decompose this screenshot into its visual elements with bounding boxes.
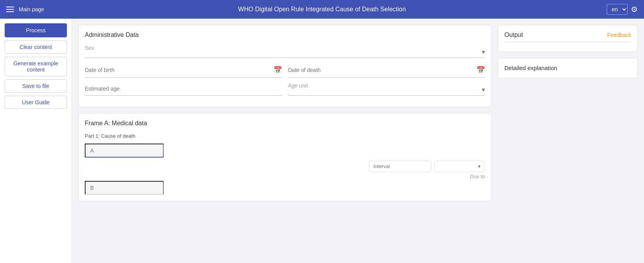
age-unit-wrapper: Years Months Days Age unit ▾ (288, 82, 485, 92)
cause-a-input[interactable] (85, 144, 164, 158)
dod-field: 📅 (288, 63, 485, 78)
sex-field: Male Female Unknown Sex ▾ (85, 45, 485, 58)
output-card: Output Feedback (498, 25, 638, 52)
time-unit-dropdown-icon: ▾ (478, 163, 481, 169)
frame-a-card: Frame A: Medical data Part 1: Cause of d… (78, 113, 492, 201)
output-title: Output (504, 32, 523, 39)
sidebar: Process Clear content Generate example c… (0, 19, 72, 263)
time-unit-select[interactable]: Minutes Hours Days Weeks Months Years (439, 163, 478, 169)
frame-a-title: Frame A: Medical data (85, 120, 485, 127)
due-to-label: Due to (85, 174, 485, 179)
main-page-link[interactable]: Main page (19, 6, 44, 12)
age-unit-select[interactable]: Years Months Days (288, 82, 485, 92)
dod-calendar-icon[interactable]: 📅 (476, 66, 485, 74)
admin-data-card: Administrative Data Male Female Unknown … (78, 25, 492, 107)
menu-icon[interactable] (6, 7, 14, 12)
dob-calendar-icon[interactable]: 📅 (273, 66, 282, 74)
main-content: Administrative Data Male Female Unknown … (72, 19, 644, 263)
time-unit-wrapper: Minutes Hours Days Weeks Months Years ▾ (434, 161, 485, 172)
cause-b-input[interactable] (85, 181, 164, 195)
user-guide-button[interactable]: User Guide (5, 96, 67, 109)
dob-field: 📅 (85, 63, 282, 78)
estimated-age-field (85, 82, 282, 96)
save-to-file-button[interactable]: Save to file (5, 79, 67, 93)
estimated-age-input[interactable] (85, 82, 282, 92)
output-divider (504, 42, 631, 42)
dates-row: 📅 📅 (85, 63, 485, 78)
main-layout: Process Clear content Generate example c… (0, 19, 644, 263)
right-panel: Output Feedback Detailed explanation (498, 25, 638, 257)
sex-select-wrapper: Male Female Unknown Sex ▾ (85, 45, 485, 54)
detailed-explanation-card: Detailed explanation (498, 58, 638, 78)
process-button[interactable]: Process (5, 23, 67, 37)
output-header: Output Feedback (504, 32, 631, 39)
dob-input[interactable] (85, 67, 273, 73)
dob-wrapper: 📅 (85, 63, 282, 74)
interval-row: Minutes Hours Days Weeks Months Years ▾ (85, 161, 485, 172)
interval-input[interactable] (369, 161, 431, 172)
frame-a-subtitle: Part 1: Cause of death (85, 133, 485, 139)
language-selector[interactable]: en fr de (607, 4, 628, 15)
feedback-link[interactable]: Feedback (607, 32, 631, 38)
header-right: en fr de ⚙ (607, 4, 638, 15)
age-unit-field: Years Months Days Age unit ▾ (288, 82, 485, 96)
admin-data-title: Administrative Data (85, 32, 485, 39)
age-row: Years Months Days Age unit ▾ (85, 82, 485, 96)
app-header: Main page WHO Digital Open Rule Integrat… (0, 0, 644, 19)
sex-select[interactable]: Male Female Unknown (85, 45, 485, 54)
dod-wrapper: 📅 (288, 63, 485, 74)
generate-example-button[interactable]: Generate example content (5, 57, 67, 76)
detailed-explanation-title: Detailed explanation (504, 65, 557, 71)
settings-icon[interactable]: ⚙ (631, 5, 638, 14)
app-title: WHO Digital Open Rule Integrated Cause o… (238, 6, 406, 13)
left-panel: Administrative Data Male Female Unknown … (78, 25, 492, 257)
clear-content-button[interactable]: Clear content (5, 40, 67, 54)
dod-input[interactable] (288, 67, 477, 73)
